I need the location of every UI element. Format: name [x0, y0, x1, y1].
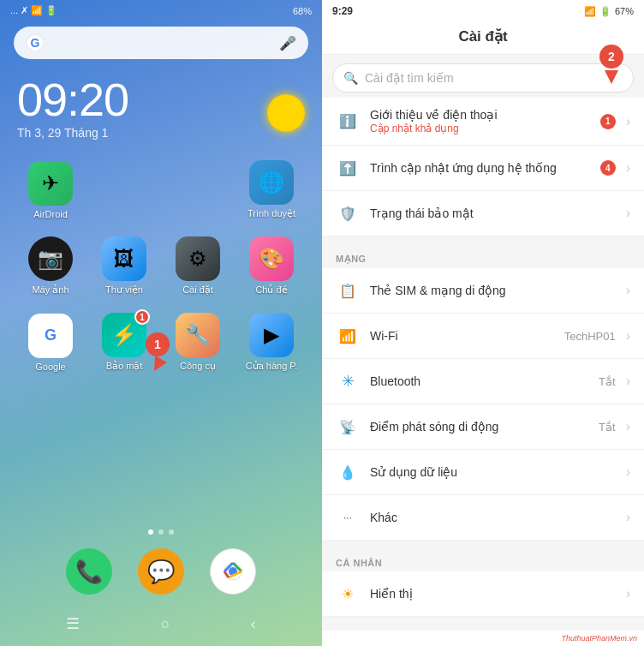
app-item-tools[interactable]: 🔧 Công cụ — [167, 313, 229, 372]
clock-time: 09:20 — [17, 76, 305, 123]
annotation-2-arrow — [605, 70, 618, 84]
browser-label: Trình duyệt — [247, 208, 295, 219]
annotation-1-circle: 1 — [146, 332, 170, 356]
settings-item-sim[interactable]: 📋 Thẻ SIM & mạng di động › — [322, 268, 644, 314]
theme-label: Chủ đề — [255, 284, 287, 296]
settings-item-updater[interactable]: ⬆️ Trình cập nhật ứng dụng hệ thống 4 › — [322, 146, 644, 191]
settings-item-more[interactable]: ··· Khác › — [322, 495, 644, 541]
status-signal-icon: 📶 — [584, 6, 596, 17]
status-bar-left: ... ✗ 📶 🔋 68% — [0, 0, 322, 20]
security-status-content: Trạng thái bảo mật — [370, 206, 616, 220]
store-icon: ▶ — [249, 313, 294, 357]
search-bar[interactable]: G 🎤 — [14, 27, 308, 59]
nav-bar: ☰ ○ ‹ — [0, 601, 322, 646]
app-item-theme[interactable]: 🎨 Chủ đề — [241, 236, 302, 296]
google-label: Google — [35, 362, 65, 372]
security-icon: ⚡ 1 — [102, 313, 146, 357]
app-item-settings[interactable]: ⚙ Cài đặt — [167, 236, 229, 296]
clock-date: Th 3, 29 Tháng 1 — [17, 126, 305, 140]
settings-item-wifi[interactable]: 📶 Wi-Fi TechHP01 › — [322, 314, 644, 359]
gallery-label: Thư viện — [105, 284, 143, 296]
airdroid-icon: ✈ — [28, 161, 73, 206]
settings-item-security-status[interactable]: 🛡️ Trạng thái bảo mật › — [322, 191, 644, 236]
settings-item-about[interactable]: ℹ️ Giới thiệu về điện thoại Cập nhật khả… — [322, 98, 644, 146]
right-panel: 9:29 📶 🔋 67% Cài đặt 2 🔍 Cài đặt tìm kiế… — [322, 0, 644, 646]
sim-title: Thẻ SIM & mạng di động — [370, 284, 616, 297]
settings-list: ℹ️ Giới thiệu về điện thoại Cập nhật khả… — [322, 98, 644, 631]
security-status-title: Trạng thái bảo mật — [370, 206, 616, 220]
app-item-google[interactable]: G Google — [20, 314, 81, 372]
settings-item-bluetooth[interactable]: ✳ Bluetooth Tắt › — [322, 359, 644, 404]
page-dot-3 — [169, 529, 174, 535]
bluetooth-icon: ✳ — [336, 369, 360, 393]
dock-phone-icon[interactable]: 📞 — [66, 548, 112, 595]
wifi-title: Wi-Fi — [370, 329, 554, 343]
app-item-camera[interactable]: 📷 Máy ảnh — [20, 236, 81, 296]
tools-label: Công cụ — [180, 361, 216, 372]
google-logo: G — [26, 33, 45, 52]
page-dot-2 — [158, 529, 164, 535]
dock-chrome-icon[interactable] — [210, 548, 256, 595]
status-icons-right: 📶 🔋 67% — [584, 6, 634, 17]
left-panel: ... ✗ 📶 🔋 68% G 🎤 09:20 Th 3, 29 Tháng 1… — [0, 0, 322, 646]
hotspot-arrow: › — [626, 419, 630, 434]
hotspot-content: Điểm phát sóng di động — [370, 420, 588, 434]
settings-label: Cài đặt — [182, 284, 213, 296]
bluetooth-title: Bluetooth — [370, 374, 588, 388]
display-content: Hiển thị — [370, 587, 616, 601]
annotation-1-arrow — [148, 356, 167, 374]
settings-item-data[interactable]: 💧 Sử dụng dữ liệu › — [322, 450, 644, 495]
gallery-icon: 🖼 — [102, 236, 146, 281]
status-time-right: 9:29 — [332, 5, 353, 17]
browser-icon: 🌐 — [249, 160, 294, 205]
nav-back-icon[interactable]: ‹ — [251, 615, 256, 633]
data-arrow: › — [626, 464, 630, 480]
wifi-arrow: › — [626, 328, 630, 344]
tools-icon: 🔧 — [176, 313, 220, 357]
camera-label: Máy ảnh — [32, 284, 69, 296]
app-item-gallery[interactable]: 🖼 Thư viện — [93, 236, 155, 296]
airdroid-label: AirDroid — [33, 209, 68, 219]
display-arrow: › — [626, 586, 630, 601]
section-gap-1 — [322, 236, 644, 245]
app-item-airdroid[interactable]: ✈ AirDroid — [20, 161, 81, 219]
security-label: Bảo mật — [106, 361, 143, 372]
section-canhan: CÁ NHÂN — [322, 549, 644, 571]
status-battery-left: 68% — [293, 6, 312, 16]
app-row-2: 📷 Máy ảnh 🖼 Thư viện ⚙ Cài đặt 🎨 Chủ đề — [14, 236, 308, 296]
settings-search[interactable]: 🔍 Cài đặt tìm kiếm — [332, 63, 634, 93]
wifi-content: Wi-Fi — [370, 329, 554, 343]
settings-item-hotspot[interactable]: 📡 Điểm phát sóng di động Tắt › — [322, 404, 644, 450]
app-item-browser[interactable]: 🌐 Trình duyệt — [241, 160, 302, 219]
security-status-icon: 🛡️ — [336, 201, 360, 225]
about-title: Giới thiệu về điện thoại — [370, 108, 590, 122]
bluetooth-arrow: › — [626, 374, 630, 389]
nav-home-icon[interactable]: ○ — [161, 615, 170, 633]
theme-icon: 🎨 — [249, 236, 294, 281]
nav-menu-icon[interactable]: ☰ — [66, 614, 80, 633]
camera-icon: 📷 — [28, 236, 73, 281]
dock-message-icon[interactable]: 💬 — [138, 548, 184, 595]
weather-widget — [267, 94, 305, 132]
hotspot-icon: 📡 — [336, 415, 360, 439]
search-icon: 🔍 — [343, 71, 358, 85]
security-status-arrow: › — [626, 206, 630, 221]
settings-title: Cài đặt — [322, 27, 644, 45]
more-arrow: › — [626, 510, 630, 525]
weather-sun-icon — [267, 94, 305, 132]
about-badge: 1 — [600, 114, 616, 129]
annotation-2: 2 — [599, 45, 623, 84]
annotation-2-circle: 2 — [599, 45, 623, 69]
status-wifi-icon: 🔋 — [599, 6, 611, 17]
status-battery-right: 67% — [615, 6, 634, 16]
data-content: Sử dụng dữ liệu — [370, 465, 616, 479]
data-title: Sử dụng dữ liệu — [370, 465, 616, 479]
sim-content: Thẻ SIM & mạng di động — [370, 284, 616, 297]
security-badge: 1 — [134, 309, 150, 325]
status-dots: ... ✗ 📶 🔋 — [10, 5, 57, 16]
app-item-store[interactable]: ▶ Cửa hàng P. — [241, 313, 302, 372]
about-subtitle: Cập nhật khả dụng — [370, 123, 590, 135]
sim-arrow: › — [626, 283, 630, 298]
section-gap-2 — [322, 541, 644, 549]
settings-item-display[interactable]: ☀ Hiển thị › — [322, 571, 644, 617]
